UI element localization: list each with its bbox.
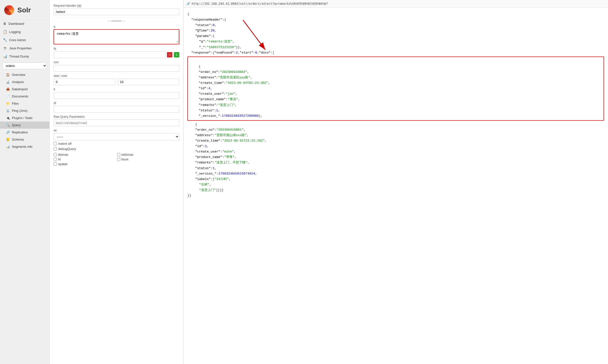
main-content: Request-Handler (qt) — common — q fq − +… — [50, 0, 608, 364]
sub-nav-item-plugins-stats[interactable]: 🔌 Plugins / Stats — [0, 114, 49, 121]
nav-item-dashboard[interactable]: 🖥 Dashboard — [0, 20, 49, 28]
fl-label: fl — [54, 88, 179, 91]
q-label: q — [54, 25, 179, 28]
fl-input[interactable] — [54, 92, 179, 99]
solr-logo-icon — [3, 4, 15, 16]
indent-checkbox[interactable] — [54, 142, 57, 145]
plugins-icon: 🔌 — [6, 116, 10, 120]
facet-item: facet — [117, 157, 180, 161]
handler-input[interactable] — [54, 8, 179, 15]
nav-item-core-admin[interactable]: 🔧 Core Admin — [0, 36, 49, 44]
indent-row: indent off — [54, 142, 179, 146]
logo-text: Solr — [17, 6, 31, 14]
common-divider: — common — — [54, 18, 179, 22]
edismax-label[interactable]: edismax — [122, 153, 133, 156]
indent-label[interactable]: indent off — [58, 142, 71, 146]
sub-nav-item-documents[interactable]: 📄 Documents — [0, 93, 49, 100]
sub-nav-item-dataimport[interactable]: 📥 Dataimport — [0, 86, 49, 93]
fq-remove-button[interactable]: − — [167, 52, 172, 58]
documents-label: Documents — [12, 94, 28, 98]
replication-label: Replication — [12, 130, 28, 134]
sub-nav-item-overview[interactable]: 🏠 Overview — [0, 71, 49, 78]
nav-item-thread-dump[interactable]: 📊 Thread Dump — [0, 52, 49, 61]
fq-label: fq — [54, 47, 179, 50]
sub-nav-item-analysis[interactable]: 🔬 Analysis — [0, 78, 49, 86]
segments-icon: 📊 — [6, 145, 10, 149]
q-field-box — [54, 29, 179, 44]
hl-checkbox[interactable] — [54, 158, 57, 161]
url-icon: 🔗 — [186, 2, 190, 5]
raw-label: Raw Query Parameters — [54, 115, 179, 119]
raw-query-input[interactable] — [54, 120, 179, 126]
analysis-icon: 🔬 — [6, 80, 10, 84]
dismax-label[interactable]: dismax — [58, 153, 68, 156]
spatial-label[interactable]: spatial — [58, 162, 67, 166]
schema-icon: 📒 — [6, 138, 10, 141]
response-panel: 🔗 http://192.168.244.41:8983/solr/orders… — [183, 0, 608, 364]
schema-label: Schema — [12, 138, 24, 141]
start-rows-row — [54, 79, 179, 85]
top-nav: 🖥 Dashboard 📋 Logging 🔧 Core Admin ☕ Jav… — [0, 20, 49, 61]
java-props-icon: ☕ — [3, 46, 7, 50]
files-icon: 📁 — [6, 102, 10, 105]
sort-input[interactable] — [54, 65, 179, 72]
ping-icon: 📡 — [6, 109, 10, 113]
sub-nav-item-query[interactable]: 🔍 Query — [0, 121, 49, 129]
sort-label: sort — [54, 61, 179, 64]
sidebar: Solr 🖥 Dashboard 📋 Logging 🔧 Core Admin … — [0, 0, 50, 364]
edismax-checkbox[interactable] — [117, 153, 120, 156]
nav-item-java-properties[interactable]: ☕ Java Properties — [0, 44, 49, 52]
wt-select[interactable]: ------ — [54, 133, 179, 140]
q-input[interactable] — [55, 30, 178, 43]
plugins-label: Plugins / Stats — [12, 116, 32, 120]
dismax-item: dismax — [54, 153, 116, 156]
query-label: Query — [12, 123, 21, 127]
documents-icon: 📄 — [6, 94, 10, 98]
facet-label[interactable]: facet — [122, 157, 128, 161]
query-icon: 🔍 — [6, 123, 10, 127]
fq-add-button[interactable]: + — [174, 52, 179, 58]
core-admin-icon: 🔧 — [3, 38, 7, 42]
facet-checkbox[interactable] — [117, 158, 120, 161]
sub-nav-item-files[interactable]: 📁 Files — [0, 100, 49, 107]
files-label: Files — [12, 102, 19, 105]
edismax-item: edismax — [117, 153, 180, 156]
thread-dump-icon: 📊 — [3, 54, 7, 58]
nav-item-logging[interactable]: 📋 Logging — [0, 28, 49, 36]
spatial-checkbox[interactable] — [54, 162, 57, 166]
segments-label: Segments info — [12, 145, 32, 149]
overview-icon: 🏠 — [6, 73, 10, 77]
logging-icon: 📋 — [3, 30, 7, 34]
core-admin-label: Core Admin — [9, 38, 26, 42]
hl-label[interactable]: hl — [58, 157, 61, 161]
fq-input[interactable] — [54, 51, 165, 58]
extra-checkboxes: dismax edismax hl facet spatial — [54, 153, 179, 166]
dashboard-label: Dashboard — [8, 22, 24, 26]
logo-area: Solr — [0, 0, 49, 20]
start-input[interactable] — [54, 79, 115, 85]
fq-row: − + — [54, 51, 179, 58]
url-bar: 🔗 http://192.168.244.41:8983/solr/orders… — [183, 0, 608, 8]
sub-nav-item-schema[interactable]: 📒 Schema — [0, 136, 49, 143]
debug-checkbox[interactable] — [54, 147, 57, 151]
debug-label[interactable]: debugQuery — [58, 147, 76, 151]
sub-nav-item-segments-info[interactable]: 📊 Segments info — [0, 143, 49, 150]
replication-icon: 🔗 — [6, 130, 10, 134]
wt-label: wt — [54, 129, 179, 132]
thread-dump-label: Thread Dump — [9, 55, 29, 58]
core-select[interactable]: orders — [2, 62, 47, 69]
sub-nav: 🏠 Overview 🔬 Analysis 📥 Dataimport 📄 Doc… — [0, 71, 49, 150]
rows-input[interactable] — [118, 79, 180, 85]
overview-label: Overview — [12, 73, 25, 77]
query-panel: Request-Handler (qt) — common — q fq − +… — [50, 0, 183, 364]
analysis-label: Analysis — [12, 80, 24, 84]
java-props-label: Java Properties — [9, 46, 31, 50]
dismax-checkbox[interactable] — [54, 153, 57, 156]
debug-row: debugQuery — [54, 147, 179, 151]
sub-nav-item-ping[interactable]: 📡 Ping (2ms) — [0, 107, 49, 114]
core-selector[interactable]: orders — [2, 62, 47, 69]
df-input[interactable] — [54, 106, 179, 113]
ping-label: Ping (2ms) — [12, 109, 28, 113]
sub-nav-item-replication[interactable]: 🔗 Replication — [0, 129, 49, 136]
json-response: { "responseHeader":{ "status":0, "QTime"… — [183, 8, 608, 364]
